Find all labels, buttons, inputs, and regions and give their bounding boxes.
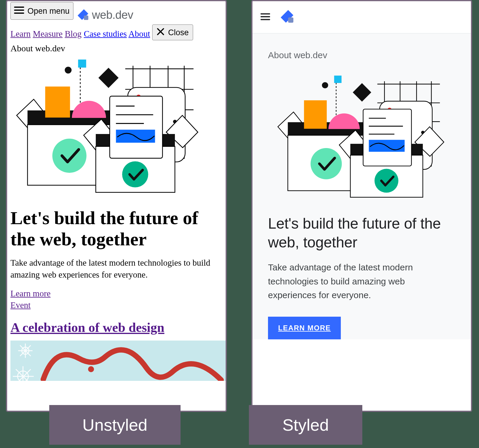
hero-illustration	[10, 55, 222, 199]
nav-about[interactable]: About	[128, 29, 150, 39]
webdev-logo[interactable]	[280, 9, 295, 25]
learn-more-link[interactable]: Learn more	[10, 289, 50, 298]
webdev-logo: web.dev	[77, 9, 133, 21]
svg-point-35	[88, 366, 94, 372]
open-menu-label: Open menu	[27, 7, 70, 16]
banner-image	[10, 341, 222, 382]
headline: Let's build the future of the web, toget…	[268, 214, 455, 252]
close-label: Close	[168, 28, 189, 37]
open-menu-button[interactable]: Open menu	[10, 2, 73, 20]
hamburger-icon	[13, 4, 25, 18]
eyebrow: About web.dev	[268, 50, 455, 60]
brand-text: web.dev	[92, 9, 133, 21]
nav-case-studies[interactable]: Case studies	[84, 29, 127, 39]
nav-blog[interactable]: Blog	[65, 29, 81, 39]
hero-illustration	[268, 71, 455, 202]
unstyled-screenshot: Open menu web.dev Learn Measure Blog Cas…	[6, 0, 227, 412]
subheading: Take advantage of the latest modern tech…	[10, 257, 222, 280]
nav-links: Learn Measure Blog Case studies About Cl…	[10, 24, 222, 40]
nav-measure[interactable]: Measure	[33, 29, 63, 39]
subheading: Take advantage of the latest modern tech…	[268, 261, 455, 302]
caption-styled: Styled	[249, 405, 362, 445]
nav-learn[interactable]: Learn	[10, 29, 31, 39]
section-heading-link[interactable]: A celebration of web design	[10, 320, 164, 335]
learn-more-button[interactable]: LEARN MORE	[268, 317, 341, 339]
close-icon	[155, 27, 166, 39]
headline: Let's build the future of the web, toget…	[10, 207, 222, 250]
event-link[interactable]: Event	[10, 300, 31, 310]
styled-screenshot: About web.dev Let's build the future of …	[251, 0, 472, 412]
eyebrow: About web.dev	[10, 43, 222, 53]
section-heading: A celebration of web design	[10, 320, 222, 335]
app-header	[252, 1, 471, 33]
hamburger-button[interactable]	[260, 11, 271, 24]
close-menu-button[interactable]: Close	[152, 24, 193, 40]
caption-unstyled: Unstyled	[49, 405, 181, 445]
